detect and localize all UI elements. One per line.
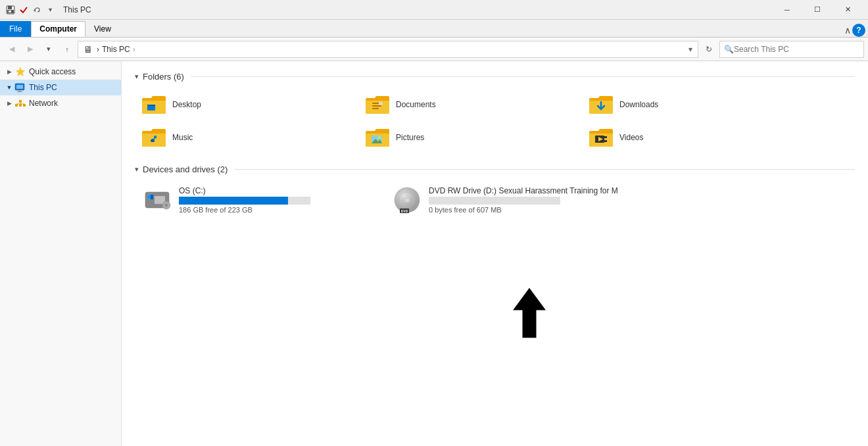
devices-section-title: Devices and drives (2) bbox=[143, 164, 228, 174]
forward-button[interactable]: ▶ bbox=[22, 41, 38, 57]
address-path[interactable]: 🖥 › This PC › ▾ bbox=[78, 41, 698, 58]
refresh-button[interactable]: ↻ bbox=[701, 41, 717, 57]
svg-point-24 bbox=[151, 139, 155, 142]
dvd-d-space: 0 bytes free of 607 MB bbox=[429, 206, 618, 214]
downloads-label: Downloads bbox=[619, 100, 658, 109]
os-c-space: 186 GB free of 223 GB bbox=[179, 206, 310, 214]
sidebar-item-network[interactable]: ▶ Network bbox=[0, 95, 121, 111]
dvd-d-info: DVD RW Drive (D:) Sexual Harassment Trai… bbox=[429, 186, 618, 214]
ribbon-tabs: File Computer View ∧ ? bbox=[0, 20, 868, 37]
dvd-d-name: DVD RW Drive (D:) Sexual Harassment Trai… bbox=[429, 186, 618, 195]
music-label: Music bbox=[172, 133, 193, 142]
device-dvd-d[interactable]: DVD DVD RW Drive (D:) Sexual Harassme bbox=[385, 181, 635, 219]
address-bar: ◀ ▶ ▾ ↑ 🖥 › This PC › ▾ ↻ 🔍 bbox=[0, 37, 868, 61]
this-pc-label: This PC bbox=[29, 83, 57, 92]
svg-rect-37 bbox=[148, 197, 151, 199]
sidebar-item-quick-access[interactable]: ▶ Quick access bbox=[0, 64, 121, 80]
window-controls: ─ ☐ ✕ bbox=[772, 0, 863, 20]
folders-grid: Desktop Documents bbox=[135, 88, 855, 154]
svg-point-27 bbox=[378, 136, 381, 139]
address-path-text: This PC bbox=[102, 45, 130, 54]
os-c-info: OS (C:) 186 GB free of 223 GB bbox=[179, 186, 310, 214]
folder-music[interactable]: Music bbox=[135, 121, 358, 154]
title-bar-quick-access: ▾ bbox=[5, 5, 55, 15]
this-pc-expand-icon[interactable]: ▼ bbox=[5, 84, 13, 91]
main-area: ▶ Quick access ▼ This PC bbox=[0, 61, 868, 446]
downloads-folder-icon bbox=[588, 93, 614, 116]
devices-toggle[interactable]: ▾ bbox=[135, 165, 139, 174]
music-folder-icon bbox=[141, 126, 167, 149]
title-bar: ▾ This PC ─ ☐ ✕ bbox=[0, 0, 868, 20]
folder-downloads[interactable]: Downloads bbox=[582, 88, 806, 121]
tab-view[interactable]: View bbox=[85, 21, 120, 37]
address-path-chevron2: › bbox=[133, 45, 135, 54]
folder-pictures[interactable]: Pictures bbox=[358, 121, 582, 154]
os-c-progress-bg bbox=[179, 197, 310, 205]
hdd-icon bbox=[141, 186, 174, 214]
undo-icon[interactable] bbox=[32, 5, 42, 15]
os-c-progress-fill bbox=[179, 197, 288, 205]
ribbon: File Computer View ∧ ? bbox=[0, 20, 868, 37]
videos-label: Videos bbox=[619, 133, 643, 142]
search-input[interactable] bbox=[734, 45, 859, 54]
tab-file[interactable]: File bbox=[0, 21, 31, 37]
svg-rect-12 bbox=[19, 104, 22, 107]
svg-marker-4 bbox=[34, 9, 36, 12]
svg-rect-1 bbox=[8, 6, 12, 9]
sidebar-item-this-pc[interactable]: ▼ This PC bbox=[0, 80, 121, 95]
back-button[interactable]: ◀ bbox=[4, 41, 20, 57]
pictures-folder-icon bbox=[364, 126, 391, 149]
svg-rect-30 bbox=[604, 136, 607, 138]
network-icon bbox=[14, 97, 26, 109]
folder-desktop[interactable]: Desktop bbox=[135, 88, 358, 121]
address-separator: › bbox=[97, 45, 99, 54]
folders-section-title: Folders (6) bbox=[143, 72, 184, 82]
os-c-name: OS (C:) bbox=[179, 186, 310, 195]
device-os-c[interactable]: OS (C:) 186 GB free of 223 GB bbox=[135, 181, 385, 219]
documents-folder-icon bbox=[364, 93, 391, 116]
dropdown-recent-button[interactable]: ▾ bbox=[41, 41, 57, 57]
folders-section-header: ▾ Folders (6) bbox=[135, 72, 855, 82]
quick-access-expand-icon[interactable]: ▶ bbox=[5, 68, 13, 76]
svg-rect-19 bbox=[147, 105, 155, 106]
up-button[interactable]: ↑ bbox=[59, 41, 75, 57]
svg-rect-8 bbox=[16, 85, 23, 89]
desktop-folder-icon bbox=[141, 93, 167, 116]
svg-rect-35 bbox=[148, 195, 151, 197]
tab-computer[interactable]: Computer bbox=[31, 21, 85, 37]
dropdown-chevron-icon[interactable]: ▾ bbox=[45, 5, 55, 15]
svg-rect-36 bbox=[151, 195, 153, 197]
svg-text:DVD: DVD bbox=[401, 209, 408, 213]
svg-rect-3 bbox=[9, 11, 11, 12]
close-button[interactable]: ✕ bbox=[832, 0, 863, 20]
folders-divider bbox=[191, 76, 855, 77]
svg-rect-31 bbox=[604, 140, 607, 142]
svg-rect-38 bbox=[151, 197, 153, 199]
folder-videos[interactable]: Videos bbox=[582, 121, 806, 154]
quick-access-star-icon bbox=[14, 66, 26, 78]
save-icon[interactable] bbox=[5, 5, 16, 15]
content-area: ▾ Folders (6) Desktop bbox=[122, 61, 868, 446]
minimize-button[interactable]: ─ bbox=[772, 0, 802, 20]
desktop-label: Desktop bbox=[172, 100, 201, 109]
upload-arrow-overlay bbox=[496, 285, 562, 346]
folder-documents[interactable]: Documents bbox=[358, 88, 582, 121]
help-button[interactable]: ? bbox=[852, 24, 865, 37]
maximize-button[interactable]: ☐ bbox=[802, 0, 832, 20]
this-pc-computer-icon bbox=[14, 82, 26, 93]
svg-rect-11 bbox=[15, 104, 18, 107]
svg-rect-13 bbox=[23, 104, 26, 107]
svg-point-47 bbox=[404, 197, 410, 203]
search-icon: 🔍 bbox=[724, 45, 734, 54]
dvd-d-progress-bg bbox=[429, 197, 560, 205]
svg-marker-50 bbox=[511, 286, 548, 339]
checkmark-icon[interactable] bbox=[18, 5, 29, 15]
dvd-icon: DVD bbox=[391, 186, 423, 214]
address-dropdown-chevron-icon[interactable]: ▾ bbox=[688, 45, 692, 54]
folders-toggle[interactable]: ▾ bbox=[135, 72, 139, 81]
ribbon-expand-button[interactable]: ∧ bbox=[844, 25, 851, 36]
network-expand-icon[interactable]: ▶ bbox=[5, 99, 13, 107]
svg-rect-10 bbox=[17, 91, 22, 92]
videos-folder-icon bbox=[588, 126, 614, 149]
documents-label: Documents bbox=[396, 100, 436, 109]
